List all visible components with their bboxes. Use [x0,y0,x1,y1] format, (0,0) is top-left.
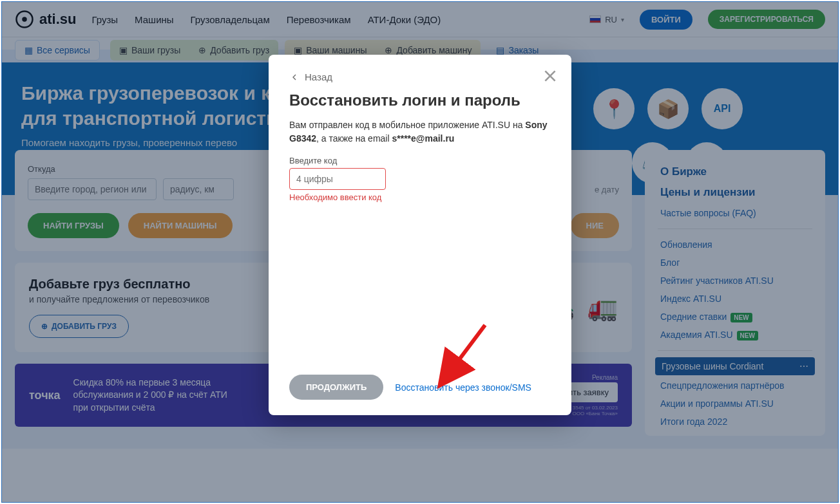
recover-modal: Назад Восстановить логин и пароль Вам от… [269,55,571,415]
modal-message: Вам отправлен код в мобильное приложение… [289,118,551,145]
code-input[interactable] [289,168,386,190]
sms-recover-link[interactable]: Восстановить через звонок/SMS [395,382,531,393]
masked-email: s****e@mail.ru [392,133,454,144]
chevron-left-icon [289,72,300,82]
close-button[interactable] [542,68,558,87]
continue-button[interactable]: ПРОДОЛЖИТЬ [289,375,383,400]
error-text: Необходимо ввести код [289,192,551,202]
back-button[interactable]: Назад [289,71,551,82]
close-icon [542,68,558,84]
modal-title: Восстановить логин и пароль [289,91,551,109]
code-label: Введите код [289,156,551,165]
